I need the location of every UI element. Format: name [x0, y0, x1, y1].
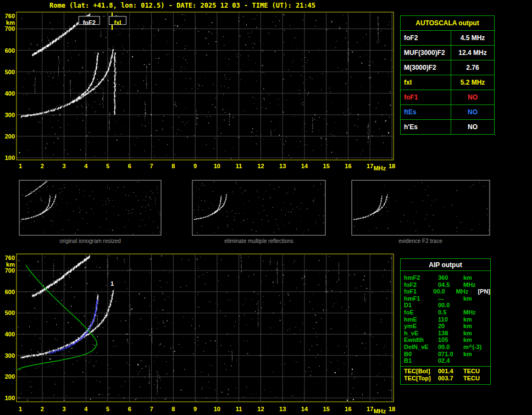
- aip-row-hmf2: hmF2360km: [404, 274, 490, 281]
- y-tick-label: 700: [5, 25, 15, 32]
- aip-name: TEC[Bot]: [404, 368, 438, 375]
- x-tick-label: 7: [150, 163, 153, 169]
- autoscala-param-label: M(3000)F2: [401, 60, 451, 75]
- y-tick-label: 200: [5, 133, 15, 140]
- aip-row-h-ve: h_vE138km: [404, 330, 490, 337]
- aip-value: 138: [438, 330, 457, 337]
- x-tick-label: 17: [367, 163, 373, 169]
- aip-name: foF1: [404, 288, 433, 295]
- aip-value: 071.0: [438, 351, 457, 358]
- aip-value: 02.4: [438, 357, 457, 364]
- x-tick-label: 3: [62, 163, 65, 169]
- aip-unit: m^(-3): [457, 344, 487, 351]
- aip-value: 00.0: [438, 302, 457, 309]
- y-tick-label: 200: [5, 373, 15, 380]
- aip-name: foF2: [404, 281, 438, 289]
- thumbnail-2: [352, 180, 490, 235]
- x-tick-label: 5: [106, 163, 109, 169]
- y-tick-label: 300: [5, 352, 15, 359]
- x-tick-label: 6: [128, 406, 131, 412]
- y-tick-label: 500: [5, 69, 15, 75]
- aip-row-d1: D100.0: [404, 302, 490, 309]
- aip-row-fof2: foF204.5MHz: [404, 281, 490, 289]
- thumbnail-1: [192, 180, 325, 235]
- aip-unit: MHz: [457, 309, 487, 316]
- aip-value: 105: [438, 336, 457, 344]
- x-tick-label: 16: [345, 163, 351, 169]
- x-tick-label: 1: [19, 163, 22, 169]
- processing-steps-thumbnails: [19, 180, 490, 235]
- plot-frame: [16, 12, 394, 160]
- x-axis-unit-label: MHz: [374, 408, 386, 414]
- x-tick-label: 13: [279, 163, 286, 169]
- aip-row-tec-bot: TEC[Bot]001.4TECU: [404, 368, 490, 375]
- top-ionogram-plot: foF2fxI123456789101112131415161718760700…: [5, 12, 395, 171]
- x-tick-label: 7: [150, 406, 153, 412]
- y-axis-unit-label: km: [6, 261, 15, 268]
- x-tick-label: 14: [301, 163, 308, 169]
- aip-value: 00.0: [438, 344, 457, 351]
- autoscala-row-muf-3000-f2: MUF(3000)F212.4 MHz: [401, 46, 495, 60]
- x-tick-label: 4: [84, 163, 88, 169]
- aip-row-foe: foE0.5MHz: [404, 309, 490, 316]
- autoscala-param-value: 5.2 MHz: [451, 75, 495, 90]
- autoscala-row-m-3000-f2: M(3000)F22.76: [401, 60, 495, 75]
- aip-row-yme: ymE20km: [404, 323, 490, 330]
- aip-value: ---: [438, 295, 457, 302]
- aip-name: D1: [404, 302, 438, 309]
- y-tick-label: 100: [5, 395, 15, 401]
- x-tick-label: 2: [41, 163, 44, 169]
- autoscala-row-fxi: fxI5.2 MHz: [401, 75, 495, 90]
- aip-row-deln-ve: DelN_vE00.0m^(-3): [404, 344, 490, 351]
- aip-table-rows: hmF2360kmfoF204.5MHzfoF100.0MHz[PN]hmF1-…: [401, 271, 490, 364]
- autoscala-param-label: foF1: [401, 90, 451, 105]
- x-tick-label: 3: [62, 406, 65, 412]
- aip-unit: MHz: [457, 281, 487, 289]
- annotation-text: fxI: [114, 19, 121, 26]
- aip-name: B1: [404, 357, 438, 364]
- aip-name: ymE: [404, 323, 438, 330]
- x-tick-label: 12: [257, 406, 264, 412]
- thumbnail-0: [19, 180, 161, 235]
- aip-unit: MHz: [450, 288, 477, 295]
- x-tick-label: 15: [323, 406, 330, 412]
- aip-separator-line: [401, 366, 490, 367]
- aip-value: 04.5: [438, 281, 457, 289]
- y-tick-label: 400: [5, 331, 15, 337]
- x-tick-label: 17: [367, 406, 373, 412]
- autoscala-param-label: h'Es: [401, 120, 451, 135]
- y-tick-label: 400: [5, 90, 15, 97]
- y-tick-label: 760: [5, 254, 15, 261]
- thumbnail-frame: [352, 180, 490, 235]
- y-axis-unit-label: km: [6, 19, 15, 26]
- aip-value: 20: [438, 323, 457, 330]
- aip-unit: [457, 357, 487, 364]
- aip-unit: km: [457, 316, 487, 323]
- x-tick-label: 9: [193, 163, 197, 169]
- y-tick-label: 700: [5, 267, 15, 274]
- x-tick-label: 10: [214, 163, 220, 169]
- aip-name: h_vE: [404, 330, 438, 337]
- aip-extra: [PN]: [476, 288, 490, 295]
- x-tick-label: 18: [389, 406, 395, 412]
- autoscala-param-value: NO: [451, 90, 495, 105]
- aip-row-tec-top: TEC[Top]003.7TECU: [404, 375, 490, 383]
- autoscala-param-value: NO: [451, 105, 495, 120]
- annotation-fof2: foF2: [79, 16, 99, 26]
- aip-row-hme: hmE110km: [404, 316, 490, 323]
- aip-name: hmF1: [404, 295, 438, 302]
- y-tick-label: 300: [5, 112, 15, 118]
- autoscala-table-body: foF24.5 MHzMUF(3000)F212.4 MHzM(3000)F22…: [401, 31, 495, 135]
- aip-row-fof1: foF100.0MHz[PN]: [404, 288, 490, 295]
- aip-value: 003.7: [438, 375, 457, 383]
- annotation-text: 1: [110, 280, 114, 287]
- y-tick-label: 100: [5, 154, 15, 161]
- aip-unit: [457, 302, 487, 309]
- annotation-1: 1: [110, 280, 114, 287]
- aip-row-b1: B102.4: [404, 357, 490, 364]
- x-tick-label: 12: [257, 163, 264, 169]
- x-tick-label: 15: [323, 163, 330, 169]
- annotation-text: foF2: [83, 19, 96, 26]
- x-tick-label: 6: [128, 163, 131, 169]
- aip-table-title: AIP output: [401, 259, 490, 271]
